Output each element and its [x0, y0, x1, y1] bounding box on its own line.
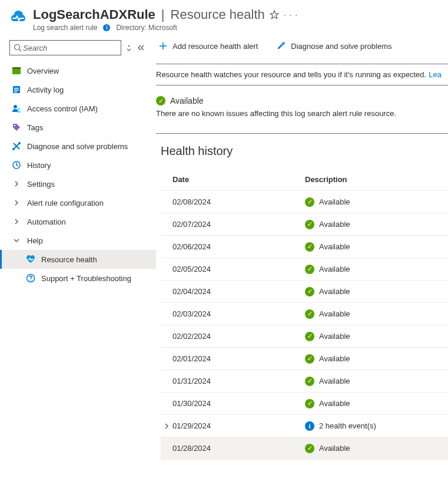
svg-rect-4: [12, 67, 21, 69]
row-description: Available: [319, 354, 350, 363]
search-scope-dropdown[interactable]: [126, 44, 132, 51]
svg-point-9: [14, 105, 17, 108]
status-block: ✓ Available There are no known issues af…: [156, 85, 448, 118]
svg-point-10: [18, 108, 20, 110]
table-row[interactable]: 02/05/2024✓Available: [161, 258, 448, 281]
favorite-star-icon[interactable]: [270, 10, 279, 19]
search-input[interactable]: [22, 43, 124, 53]
nav-label: Overview: [27, 67, 59, 75]
collapse-sidebar-icon[interactable]: [137, 44, 145, 51]
table-row[interactable]: 02/08/2024✓Available: [161, 191, 448, 213]
history-section: Health history Date Description 02/08/20…: [156, 134, 448, 460]
chevron-right-icon[interactable]: [161, 423, 172, 429]
check-icon: ✓: [305, 377, 314, 386]
wrench-icon: [277, 41, 286, 51]
nav-support[interactable]: Support + Troubleshooting: [0, 269, 156, 288]
resource-icon: [9, 8, 27, 26]
row-description: Available: [319, 197, 350, 206]
check-icon: ✓: [305, 309, 314, 319]
table-row[interactable]: 02/04/2024✓Available: [161, 281, 448, 303]
nav-label: Access control (IAM): [27, 104, 98, 113]
nav-label: Resource health: [41, 255, 97, 264]
row-date: 01/29/2024: [172, 421, 211, 430]
table-row[interactable]: 01/30/2024✓Available: [161, 393, 448, 415]
row-date: 01/28/2024: [172, 444, 211, 453]
row-date: 02/06/2024: [172, 242, 211, 251]
table-row[interactable]: 01/31/2024✓Available: [161, 370, 448, 393]
more-icon[interactable]: · · ·: [284, 10, 298, 19]
nav-diagnose[interactable]: Diagnose and solve problems: [0, 137, 156, 156]
nav-label: Automation: [27, 217, 66, 226]
info-icon: i: [103, 24, 110, 31]
table-row[interactable]: 02/01/2024✓Available: [161, 348, 448, 370]
table-row[interactable]: 02/03/2024✓Available: [161, 303, 448, 325]
check-icon: ✓: [305, 242, 314, 252]
row-description: Available: [319, 332, 350, 341]
svg-point-12: [18, 142, 21, 144]
diagnose-icon: [12, 141, 21, 151]
nav-tags[interactable]: Tags: [0, 118, 156, 137]
table-row[interactable]: 01/28/2024✓Available: [161, 437, 448, 460]
nav-label: Diagnose and solve problems: [27, 142, 128, 151]
row-description: 2 health event(s): [319, 421, 376, 430]
plus-icon: [158, 41, 168, 51]
nav-alert-rule-config[interactable]: Alert rule configuration: [0, 193, 156, 212]
tags-icon: [12, 123, 21, 132]
row-description: Available: [319, 399, 350, 408]
nav-label: History: [27, 161, 51, 170]
info-banner: Resource health watches your resource an…: [156, 64, 448, 85]
table-row[interactable]: 02/06/2024✓Available: [161, 236, 448, 258]
diagnose-solve-button[interactable]: Diagnose and solve problems: [273, 39, 395, 53]
nav-label: Tags: [27, 123, 43, 132]
nav-automation[interactable]: Automation: [0, 212, 156, 231]
blade-title: Resource health: [171, 7, 265, 22]
content: Add resource health alert Diagnose and s…: [156, 37, 448, 498]
svg-point-16: [30, 280, 31, 281]
header: LogSearchADXRule | Resource health · · ·…: [0, 0, 448, 37]
button-label: Diagnose and solve problems: [291, 42, 391, 51]
check-icon: ✓: [305, 220, 314, 229]
row-date: 02/02/2024: [172, 332, 211, 341]
col-date: Date: [172, 175, 189, 184]
svg-rect-8: [14, 91, 17, 93]
row-description: Available: [319, 377, 350, 385]
table-row[interactable]: 02/02/2024✓Available: [161, 325, 448, 348]
nav-help[interactable]: Help: [0, 231, 156, 250]
history-title: Health history: [161, 144, 448, 158]
row-date: 02/08/2024: [172, 197, 211, 206]
title-separator: |: [161, 7, 165, 22]
nav-resource-health[interactable]: Resource health: [0, 250, 156, 269]
table-row[interactable]: 01/29/2024i2 health event(s): [161, 415, 448, 437]
svg-line-1: [19, 50, 22, 52]
learn-more-link[interactable]: Lea: [429, 70, 442, 79]
nav-activity-log[interactable]: Activity log: [0, 80, 156, 99]
check-icon: ✓: [305, 287, 314, 296]
check-icon: ✓: [305, 444, 314, 453]
search-box[interactable]: [9, 40, 121, 55]
row-date: 02/03/2024: [172, 309, 211, 318]
table-row[interactable]: 02/07/2024✓Available: [161, 213, 448, 236]
svg-rect-7: [14, 90, 19, 91]
col-description: Description: [305, 175, 347, 184]
svg-point-0: [15, 45, 20, 50]
nav-access-control[interactable]: Access control (IAM): [0, 99, 156, 118]
add-resource-health-alert-button[interactable]: Add resource health alert: [156, 39, 261, 53]
chevron-right-icon: [12, 181, 21, 187]
resource-name: LogSearchADXRule: [33, 7, 155, 22]
nav-history[interactable]: History: [0, 156, 156, 174]
row-description: Available: [319, 287, 350, 296]
info-icon: i: [305, 421, 314, 431]
nav-label: Alert rule configuration: [27, 199, 104, 207]
resource-health-icon: [26, 255, 35, 264]
chevron-right-icon: [12, 200, 21, 206]
nav-overview[interactable]: Overview: [0, 61, 156, 80]
check-icon: ✓: [305, 399, 314, 408]
banner-text: Resource health watches your resource an…: [156, 70, 426, 79]
check-icon: ✓: [305, 265, 314, 274]
nav-label: Activity log: [27, 85, 64, 94]
status-message: There are no known issues affecting this…: [156, 109, 448, 118]
svg-rect-6: [14, 88, 19, 89]
button-label: Add resource health alert: [172, 42, 258, 51]
nav-settings[interactable]: Settings: [0, 174, 156, 193]
row-date: 01/30/2024: [172, 399, 211, 408]
